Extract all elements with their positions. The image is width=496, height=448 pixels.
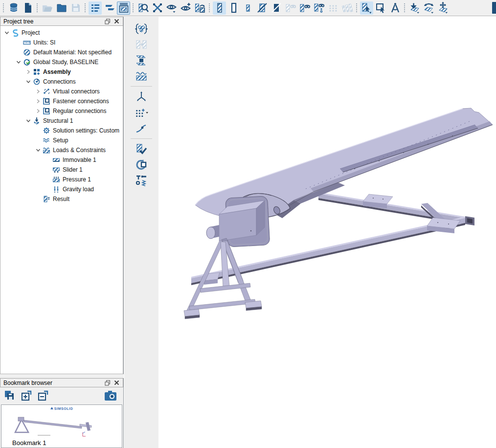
exclude-parts-filled-button[interactable] — [270, 1, 283, 15]
mask-review-button[interactable] — [312, 1, 325, 15]
review-geometry-button[interactable] — [134, 142, 149, 157]
toolbar-grip[interactable] — [208, 2, 211, 13]
expander-none — [14, 39, 23, 46]
import-folder-button[interactable] — [55, 1, 68, 15]
toolbar-grip[interactable] — [132, 2, 135, 13]
tree-item-label: Gravity load — [63, 186, 94, 193]
measure-button[interactable] — [388, 1, 402, 15]
exclude-parts-outline-button[interactable] — [255, 1, 269, 15]
close-panel-button[interactable] — [112, 379, 121, 387]
toolbar-grip[interactable] — [36, 2, 39, 13]
tree-item-fastener-connections[interactable]: Fastener connections — [0, 96, 123, 106]
model-canvas[interactable] — [159, 17, 496, 448]
unhide-parts-button[interactable] — [179, 1, 192, 15]
float-panel-button[interactable] — [103, 18, 112, 25]
project-database-button[interactable] — [7, 1, 20, 15]
toggle-bookmark-browser-button[interactable] — [117, 1, 130, 15]
create-points-button[interactable] — [134, 105, 149, 120]
gear-icon — [43, 127, 50, 134]
fit-model-button[interactable] — [408, 1, 421, 15]
expander-closed[interactable] — [34, 107, 43, 115]
collapse-all-button[interactable] — [36, 389, 50, 403]
tree-item-connections[interactable]: Connections — [0, 77, 123, 87]
expander-none — [14, 48, 23, 56]
show-welds-button[interactable] — [340, 1, 354, 15]
display-shells-button[interactable] — [227, 1, 240, 15]
delete-parts-button[interactable] — [151, 1, 164, 15]
save-project-button[interactable] — [69, 1, 82, 15]
display-solids-button[interactable] — [213, 1, 226, 15]
expander-open[interactable] — [14, 58, 23, 66]
float-panel-button[interactable] — [103, 379, 112, 387]
bookmark-card[interactable]: SIMSOLID Bookmark 1 — [1, 405, 122, 448]
panel-splitter[interactable] — [0, 374, 124, 378]
display-small-parts-button[interactable] — [241, 1, 254, 15]
loads-hatch-icon — [43, 146, 50, 154]
pick-window-button[interactable] — [374, 1, 387, 15]
expander-open[interactable] — [24, 78, 33, 86]
toolbar-overflow-button[interactable] — [492, 2, 496, 14]
spindle-part[interactable] — [206, 225, 219, 239]
toolbar-grip[interactable] — [84, 2, 87, 13]
rotate-model-button[interactable] — [422, 1, 435, 15]
tree-item-assembly[interactable]: Assembly — [0, 67, 123, 77]
expander-open[interactable] — [24, 117, 33, 125]
reorient-view-button[interactable] — [134, 157, 149, 172]
show-hidden-parts-button[interactable] — [193, 1, 206, 15]
mask-parts-button[interactable] — [284, 1, 297, 15]
expander-closed[interactable] — [24, 68, 33, 76]
create-curve-button[interactable] — [134, 121, 149, 135]
expander-none — [44, 156, 52, 164]
pick-parts-button[interactable] — [360, 1, 373, 15]
new-document-button[interactable] — [21, 1, 34, 15]
move-model-button[interactable] — [436, 1, 450, 15]
tree-item-slider[interactable]: Slider 1 — [0, 165, 123, 175]
hardware-fasteners-button[interactable] — [134, 173, 149, 188]
tree-item-virtual-connectors[interactable]: Virtual connectors — [0, 87, 123, 96]
tree-item-units[interactable]: Units: SI — [0, 38, 123, 47]
tree-item-result[interactable]: Result — [0, 194, 123, 204]
expander-open[interactable] — [2, 29, 11, 37]
tree-item-structural[interactable]: Structural 1 — [0, 116, 123, 126]
tree-item-label: Assembly — [43, 68, 71, 75]
tree-item-pressure[interactable]: Pressure 1 — [0, 175, 123, 184]
tree-item-default-material[interactable]: Default Material: Not specified — [0, 47, 123, 57]
rotate-model-icon — [423, 1, 435, 14]
expander-closed[interactable] — [34, 97, 43, 105]
capture-bookmark-button[interactable] — [104, 389, 117, 403]
find-parts-button[interactable] — [136, 1, 150, 15]
result-bars-icon — [43, 195, 50, 203]
tree-item-gravity-load[interactable]: Gravity load — [0, 184, 123, 194]
tree-item-solution-settings[interactable]: Solution settings: Custom — [0, 126, 123, 135]
tree-item-label: Immovable 1 — [63, 157, 96, 163]
part-groups-button[interactable] — [134, 22, 149, 36]
toolbar-grip[interactable] — [356, 2, 358, 13]
spot-welds-button[interactable] — [134, 68, 149, 83]
close-panel-button[interactable] — [112, 18, 121, 25]
show-connections-button[interactable] — [326, 1, 339, 15]
hide-parts-button[interactable] — [165, 1, 178, 15]
toggle-project-tree-button[interactable] — [89, 1, 102, 15]
expander-closed[interactable] — [34, 88, 43, 95]
tree-item-global-study[interactable]: Global Study, BASELINE — [0, 57, 123, 67]
save-bookmarks-button[interactable] — [3, 389, 17, 403]
viewport-3d[interactable] — [159, 17, 496, 448]
expand-all-button[interactable] — [20, 389, 33, 403]
tree-item-project[interactable]: Project — [0, 28, 123, 38]
merge-parts-button[interactable] — [134, 37, 149, 52]
tree-item-label: Structural 1 — [43, 117, 73, 124]
expander-open[interactable] — [34, 146, 43, 154]
toolbar-grip[interactable] — [2, 2, 5, 13]
tree-item-setup[interactable]: Setup — [0, 135, 123, 145]
coordinate-triad-button[interactable] — [134, 90, 149, 104]
tree-item-label: Fastener connections — [53, 98, 109, 105]
tree-item-immovable[interactable]: Immovable 1 — [0, 155, 123, 165]
connect-parts-button[interactable] — [134, 53, 149, 67]
mask-selected-button[interactable] — [298, 1, 311, 15]
tree-item-regular-connections[interactable]: Regular connections — [0, 106, 123, 116]
open-project-button[interactable] — [41, 1, 54, 15]
toggle-notes-button[interactable] — [103, 1, 116, 15]
tree-item-loads-constraints[interactable]: Loads & Constraints — [0, 145, 123, 155]
toolbar-grip[interactable] — [404, 2, 406, 13]
project-tree-panel: Project tree Project — [0, 17, 124, 374]
